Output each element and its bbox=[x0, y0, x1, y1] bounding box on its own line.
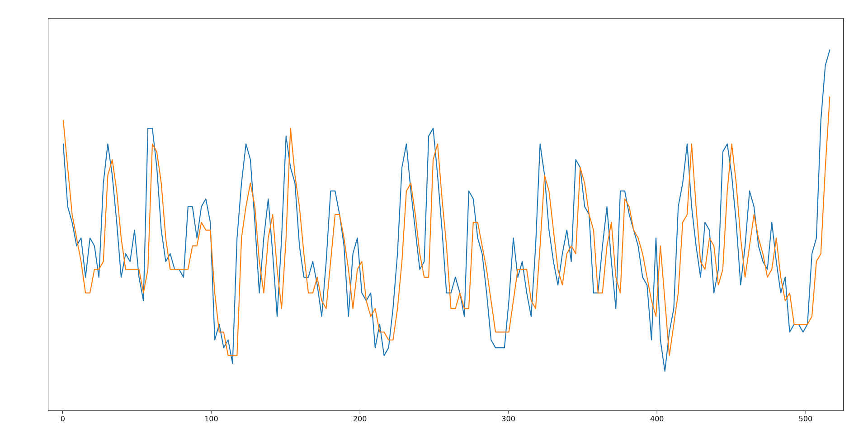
x-tick-mark bbox=[657, 411, 657, 414]
x-tick-label: 500 bbox=[799, 415, 813, 423]
x-tick-mark bbox=[62, 411, 63, 414]
x-tick-100: 100 bbox=[204, 411, 218, 423]
x-tick-400: 400 bbox=[650, 411, 664, 423]
x-tick-mark bbox=[508, 411, 509, 414]
line-series-1 bbox=[63, 97, 830, 356]
x-tick-label: 100 bbox=[204, 415, 218, 423]
x-tick-label: 400 bbox=[650, 415, 664, 423]
x-axis-ticks: 0100200300400500 bbox=[48, 411, 844, 429]
x-tick-300: 300 bbox=[501, 411, 515, 423]
x-tick-label: 0 bbox=[61, 415, 65, 423]
x-tick-label: 200 bbox=[353, 415, 367, 423]
x-tick-mark bbox=[211, 411, 212, 414]
x-tick-mark bbox=[805, 411, 806, 414]
line-series-0 bbox=[63, 50, 830, 371]
x-tick-500: 500 bbox=[799, 411, 813, 423]
line-chart-svg bbox=[48, 19, 843, 410]
x-tick-mark bbox=[360, 411, 360, 414]
plot-area bbox=[48, 18, 844, 411]
x-tick-200: 200 bbox=[353, 411, 367, 423]
figure: 0100200300400500 bbox=[0, 0, 868, 443]
x-tick-0: 0 bbox=[61, 411, 65, 423]
x-tick-label: 300 bbox=[501, 415, 515, 423]
